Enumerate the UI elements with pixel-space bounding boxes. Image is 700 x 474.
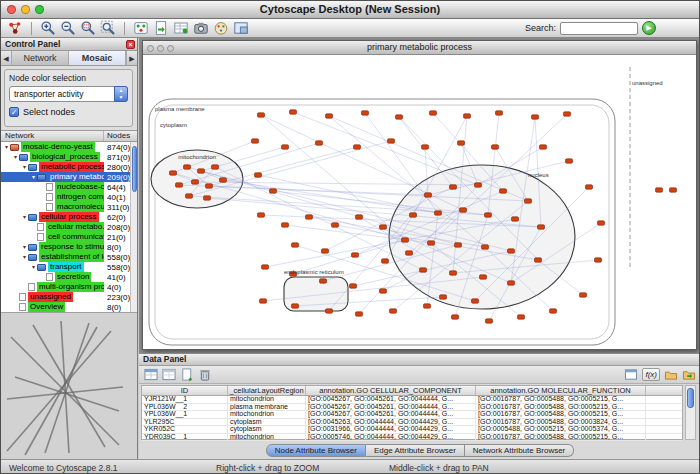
- network-node[interactable]: [270, 189, 277, 193]
- network-node[interactable]: [356, 312, 363, 316]
- network-node[interactable]: [525, 199, 532, 203]
- birdseye-icon[interactable]: [233, 20, 249, 36]
- network-node[interactable]: [176, 183, 183, 187]
- network-node[interactable]: [425, 193, 432, 197]
- table-row[interactable]: YPL036W__2plasma membrane[GO:0045267, GO…: [142, 404, 682, 412]
- tree-row[interactable]: ▾cellular process62(0): [1, 212, 137, 222]
- network-node[interactable]: [424, 304, 431, 308]
- network-node[interactable]: [350, 284, 357, 288]
- load-attributes-icon[interactable]: [682, 368, 696, 381]
- tree-row[interactable]: multi-organism pro...4(0): [1, 282, 137, 292]
- network-node[interactable]: [406, 251, 413, 255]
- network-node[interactable]: [260, 299, 267, 303]
- tree-expander-icon[interactable]: ▾: [30, 172, 37, 182]
- network-node[interactable]: [380, 289, 387, 293]
- network-node[interactable]: [435, 211, 442, 215]
- select-nodes-checkbox[interactable]: ✓: [9, 107, 19, 117]
- tree-row[interactable]: cell communicat...21(0): [1, 232, 137, 242]
- tree-expander-icon[interactable]: ▾: [21, 162, 28, 172]
- network-node[interactable]: [326, 114, 333, 118]
- cytoscape-logo-icon[interactable]: [7, 20, 23, 36]
- network-node[interactable]: [292, 304, 299, 308]
- zoom-fit-icon[interactable]: [100, 20, 116, 36]
- tree-row[interactable]: unassigned223(0): [1, 292, 137, 302]
- select-attributes-icon[interactable]: [144, 368, 158, 381]
- network-node[interactable]: [670, 188, 677, 192]
- network-node[interactable]: [566, 159, 573, 163]
- tree-row[interactable]: ▾response to stimul...8(0): [1, 242, 137, 252]
- network-node[interactable]: [184, 165, 191, 169]
- table-column-header[interactable]: _cellularLayoutRegion: [228, 386, 306, 395]
- network-node[interactable]: [252, 139, 259, 143]
- network-node[interactable]: [430, 111, 437, 115]
- network-node[interactable]: [458, 141, 465, 145]
- tab-network[interactable]: Network: [12, 51, 69, 65]
- table-column-header[interactable]: annotation.GO MOLECULAR_FUNCTION: [476, 386, 646, 395]
- unselect-attributes-icon[interactable]: [162, 368, 176, 381]
- delete-attribute-icon[interactable]: [198, 368, 212, 381]
- network-node[interactable]: [282, 223, 289, 227]
- network-node[interactable]: [352, 253, 359, 257]
- network-node[interactable]: [198, 169, 205, 173]
- tree-row[interactable]: cellular metabo...208(0): [1, 222, 137, 232]
- control-panel-close-icon[interactable]: ×: [126, 40, 135, 49]
- tree-expander-icon[interactable]: ▾: [21, 252, 28, 262]
- tab-node-attribute-browser[interactable]: Node Attribute Browser: [266, 444, 366, 457]
- tree-expander-icon[interactable]: ▾: [30, 262, 37, 272]
- open-attributes-icon[interactable]: [664, 368, 678, 381]
- network-node[interactable]: [455, 243, 462, 247]
- window-minimize-button[interactable]: [21, 5, 30, 14]
- search-input[interactable]: [560, 22, 638, 35]
- network-from-selection-icon[interactable]: [133, 20, 149, 36]
- network-node[interactable]: [396, 115, 403, 119]
- zoom-out-icon[interactable]: [60, 20, 76, 36]
- network-node[interactable]: [390, 309, 397, 313]
- table-scrollbar[interactable]: [685, 385, 696, 440]
- network-node[interactable]: [320, 279, 327, 283]
- network-node[interactable]: [586, 185, 593, 189]
- network-node[interactable]: [306, 215, 313, 219]
- birdseye-overview[interactable]: [1, 312, 137, 459]
- network-node[interactable]: [428, 241, 435, 245]
- tree-row[interactable]: Overview8(0): [1, 302, 137, 312]
- network-node[interactable]: [452, 315, 459, 319]
- search-go-button[interactable]: ▶: [642, 21, 656, 35]
- network-node[interactable]: [496, 111, 503, 115]
- network-canvas[interactable]: plasma membrane cytoplasm mitochondrion …: [143, 55, 696, 349]
- network-node[interactable]: [540, 145, 547, 149]
- network-node[interactable]: [508, 249, 515, 253]
- network-node[interactable]: [316, 141, 323, 145]
- network-node[interactable]: [450, 185, 457, 189]
- tree-row[interactable]: nucleobase-c...64(4): [1, 182, 137, 192]
- node-color-dropdown[interactable]: transporter activity ▲▼: [9, 86, 128, 102]
- network-node[interactable]: [332, 223, 339, 227]
- network-node[interactable]: [420, 268, 427, 272]
- network-node[interactable]: [486, 319, 493, 323]
- window-close-button[interactable]: [7, 5, 16, 14]
- tree-row[interactable]: ▾primary metabo...209(0): [1, 172, 137, 182]
- import-attributes-icon[interactable]: [173, 20, 189, 36]
- network-node[interactable]: [212, 165, 219, 169]
- network-node[interactable]: [204, 196, 211, 200]
- network-node[interactable]: [292, 243, 299, 247]
- window-zoom-button[interactable]: [35, 5, 44, 14]
- network-node[interactable]: [450, 271, 457, 275]
- network-node[interactable]: [220, 178, 227, 182]
- network-node[interactable]: [382, 259, 389, 263]
- tab-mosaic[interactable]: Mosaic: [69, 51, 126, 65]
- network-node[interactable]: [518, 315, 525, 319]
- network-node[interactable]: [258, 113, 265, 117]
- inner-zoom-icon[interactable]: [167, 45, 174, 52]
- vizmapper-icon[interactable]: [213, 20, 229, 36]
- network-node[interactable]: [532, 115, 539, 119]
- network-node[interactable]: [282, 145, 289, 149]
- table-row[interactable]: YKR052Ccytoplasm[GO:0031966, GO:0044444,…: [142, 426, 682, 434]
- camera-icon[interactable]: [193, 20, 209, 36]
- network-node[interactable]: [538, 225, 545, 229]
- network-node[interactable]: [186, 194, 193, 198]
- network-node[interactable]: [480, 275, 487, 279]
- network-node[interactable]: [500, 189, 507, 193]
- network-node[interactable]: [410, 213, 417, 217]
- network-node[interactable]: [482, 245, 489, 249]
- table-row[interactable]: YPL036W__1mitochondrion[GO:0045267, GO:0…: [142, 411, 682, 419]
